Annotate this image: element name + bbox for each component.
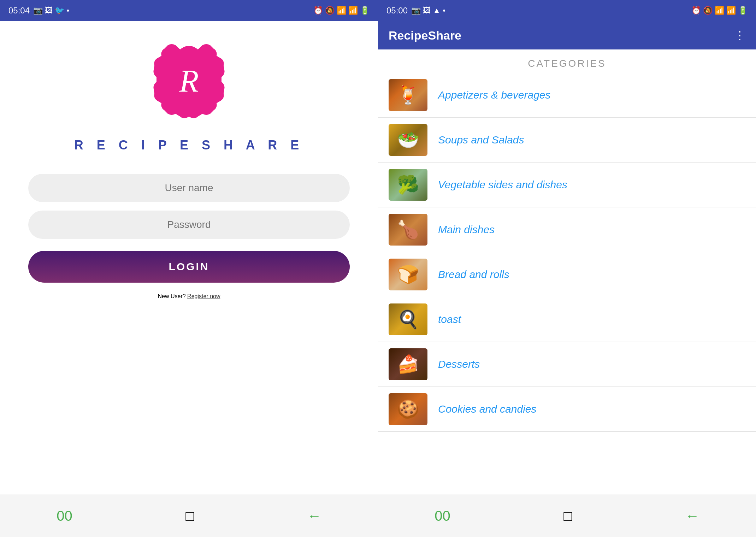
category-thumb-bread [389,259,427,290]
right-content: CATEGORIES Appetizers & beverages Soups … [378,49,756,495]
recent-apps-button[interactable]: 00 [57,508,72,524]
category-label-cookies: Cookies and candies [438,403,537,415]
category-label-desserts: Desserts [438,358,480,370]
category-label-bread: Bread and rolls [438,268,509,281]
register-link[interactable]: Register now [187,293,220,299]
category-item-appetizers[interactable]: Appetizers & beverages [378,73,756,118]
login-content: R R E C I P E S H A R E LOGIN New User? … [0,21,378,495]
status-icons-right: 📷 🖼 ▲ • [411,6,445,15]
status-bar-right-content: ⏰ 🔕 📶 📶 🔋 [313,6,370,15]
category-thumb-appetizers [389,79,427,111]
category-thumb-cookies [389,393,427,425]
register-prompt: New User? Register now [158,293,220,300]
category-label-vegetables: Vegetable sides and dishes [438,179,567,191]
bottom-nav-right: 00 □ ← [378,495,756,537]
login-button[interactable]: LOGIN [28,251,350,283]
categories-header: CATEGORIES [378,49,756,73]
logo-shape: R [150,42,228,120]
category-label-main: Main dishes [438,224,495,236]
category-item-main[interactable]: Main dishes [378,207,756,252]
category-thumb-desserts [389,348,427,380]
app-bar-title: RecipeShare [389,29,461,42]
category-label-soups: Soups and Salads [438,134,524,146]
recent-apps-button-right[interactable]: 00 [435,508,450,524]
login-screen: 05:04 📷 🖼 🐦 • ⏰ 🔕 📶 📶 🔋 R R E C I P E S … [0,0,378,537]
category-thumb-main [389,214,427,246]
category-item-vegetables[interactable]: Vegetable sides and dishes [378,163,756,207]
register-prompt-text: New User? [158,293,186,299]
status-bar-right-right: ⏰ 🔕 📶 📶 🔋 [691,6,748,15]
status-bar-left: 05:04 📷 🖼 🐦 • ⏰ 🔕 📶 📶 🔋 [0,0,378,21]
bottom-nav-left: 00 □ ← [0,495,378,537]
category-item-soups[interactable]: Soups and Salads [378,118,756,163]
logo-container: R [150,42,228,120]
category-item-toast[interactable]: toast [378,297,756,342]
status-icons-left: 📷 🖼 🐦 • [33,6,69,15]
username-input[interactable] [28,174,350,202]
status-bar-left-content: 05:04 📷 🖼 🐦 • [8,6,69,16]
status-bar-right-left: 05:00 📷 🖼 ▲ • [386,6,445,16]
more-options-icon[interactable]: ⋮ [734,29,745,42]
categories-list: Appetizers & beverages Soups and Salads … [378,73,756,495]
back-button-right[interactable]: ← [685,508,699,524]
category-thumb-vegetables [389,169,427,201]
svg-text:R: R [179,64,199,99]
category-item-bread[interactable]: Bread and rolls [378,252,756,297]
status-right-icons2: ⏰ 🔕 📶 📶 🔋 [691,6,748,15]
category-thumb-toast [389,303,427,335]
app-name: R E C I P E S H A R E [74,138,304,153]
status-time-right: 05:00 [386,6,408,16]
logo-svg: R [150,42,228,120]
app-bar: RecipeShare ⋮ [378,21,756,49]
back-button[interactable]: ← [307,508,321,524]
status-time-left: 05:04 [8,6,30,16]
category-item-desserts[interactable]: Desserts [378,342,756,387]
status-right-icons: ⏰ 🔕 📶 📶 🔋 [313,6,370,15]
category-thumb-soups [389,124,427,156]
status-bar-right: 05:00 📷 🖼 ▲ • ⏰ 🔕 📶 📶 🔋 [378,0,756,21]
home-button-right[interactable]: □ [563,508,572,524]
password-input[interactable] [28,211,350,239]
category-item-cookies[interactable]: Cookies and candies [378,387,756,432]
categories-screen: 05:00 📷 🖼 ▲ • ⏰ 🔕 📶 📶 🔋 RecipeShare ⋮ CA… [378,0,756,537]
home-button[interactable]: □ [185,508,194,524]
category-label-toast: toast [438,313,461,325]
category-label-appetizers: Appetizers & beverages [438,89,551,101]
